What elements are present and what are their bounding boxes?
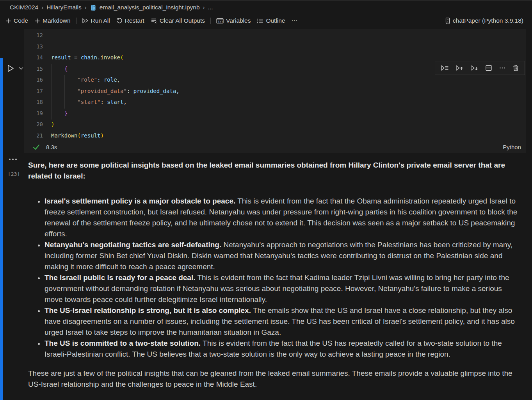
restart-button[interactable]: Restart <box>113 16 148 26</box>
line-number: 21 <box>24 132 43 139</box>
code-line[interactable]: 16 "role": role, <box>24 74 526 86</box>
add-code-label: Code <box>14 17 28 24</box>
code-line[interactable]: 18 "start": start, <box>24 96 526 108</box>
toolbar-separator <box>210 18 211 24</box>
cell-focus-indicator <box>0 58 3 400</box>
line-number: 14 <box>24 54 43 61</box>
breadcrumb-cell[interactable]: ... <box>208 4 213 11</box>
restart-label: Restart <box>125 17 144 24</box>
outline-label: Outline <box>266 17 285 24</box>
cell-status-bar: 8.3s Python <box>24 141 526 153</box>
success-check-icon <box>33 144 40 150</box>
plus-icon <box>34 18 40 24</box>
output-outro-paragraph: These are just a few of the political in… <box>28 368 520 390</box>
more-actions-button[interactable]: ⋯ <box>288 16 301 26</box>
chevron-right-icon: › <box>84 4 87 11</box>
insight-item: Netanyahu's negotiating tactics are self… <box>44 239 520 272</box>
outline-button[interactable]: Outline <box>254 16 288 26</box>
code-line[interactable]: 13 <box>24 41 526 52</box>
code-text: Markdown(result) <box>51 132 104 139</box>
breadcrumb-subfolder[interactable]: HillaryEmails <box>46 4 82 11</box>
line-number: 13 <box>24 43 43 50</box>
line-number: 18 <box>24 99 43 105</box>
execution-duration: 8.3s <box>46 144 57 150</box>
add-code-cell-button[interactable]: Code <box>2 16 31 26</box>
breadcrumb-file[interactable]: email_analysis_political_insight.ipynb <box>100 4 200 11</box>
line-number: 16 <box>24 77 43 83</box>
cell-language-label[interactable]: Python <box>503 144 521 150</box>
add-markdown-label: Markdown <box>43 17 71 24</box>
output-options-icon[interactable] <box>7 156 19 162</box>
breadcrumb-folder[interactable]: CKIM2024 <box>10 4 38 11</box>
code-line[interactable]: 21Markdown(result) <box>24 130 526 141</box>
plus-icon <box>5 18 11 24</box>
clear-all-outputs-button[interactable]: Clear All Outputs <box>148 16 208 26</box>
insight-item: The Israeli public is ready for a peace … <box>44 272 520 305</box>
variables-label: Variables <box>226 17 251 24</box>
insight-item: Israel's settlement policy is a major ob… <box>44 196 520 239</box>
run-options-chevron-icon[interactable] <box>19 67 23 70</box>
cell-editor[interactable]: 121314result = chain.invoke(15 {16 "role… <box>24 29 526 153</box>
run-all-label: Run All <box>91 17 110 24</box>
toolbar-separator <box>76 18 77 24</box>
kernel-picker-button[interactable]: chatPaper (Python 3.9.18) <box>442 16 527 26</box>
chevron-right-icon: › <box>203 4 205 11</box>
execute-cell-and-below-icon[interactable] <box>469 63 480 73</box>
output-intro-paragraph: Sure, here are some political insights b… <box>28 160 520 182</box>
variables-button[interactable]: (x) Variables <box>213 16 254 26</box>
run-all-button[interactable]: Run All <box>79 16 113 26</box>
insights-list: Israel's settlement policy is a major ob… <box>44 196 520 360</box>
more-cell-actions-icon[interactable] <box>497 63 507 73</box>
code-text: ) <box>51 121 54 127</box>
line-number: 17 <box>24 88 43 94</box>
execute-cells-icon[interactable] <box>439 63 450 73</box>
code-text: result = chain.invoke( <box>51 54 123 61</box>
line-number: 20 <box>24 121 43 127</box>
code-text: "provided_data": provided_data, <box>51 88 180 94</box>
restart-icon <box>116 18 123 24</box>
code-cell: 121314result = chain.invoke(15 {16 "role… <box>0 29 532 153</box>
code-line[interactable]: 12 <box>24 30 526 41</box>
notebook-file-icon <box>91 5 96 11</box>
outline-icon <box>257 18 263 24</box>
code-text: { <box>51 66 68 72</box>
line-number: 15 <box>24 66 43 72</box>
kernel-label: chatPaper (Python 3.9.18) <box>453 17 523 24</box>
chevron-right-icon: › <box>41 4 44 11</box>
cell-toolbar <box>435 61 525 75</box>
svg-text:(x): (x) <box>218 20 223 23</box>
insight-item: The US-Israel relationship is strong, bu… <box>44 305 520 338</box>
variables-icon: (x) <box>216 18 224 24</box>
code-text: } <box>51 110 68 116</box>
run-all-icon <box>82 18 89 24</box>
kernel-icon <box>445 18 450 24</box>
clear-outputs-icon <box>151 18 157 24</box>
code-line[interactable]: 19 } <box>24 108 526 119</box>
code-line[interactable]: 17 "provided_data": provided_data, <box>24 86 526 97</box>
cell-output: Sure, here are some political insights b… <box>0 153 532 390</box>
breadcrumb: CKIM2024 › HillaryEmails › email_analysi… <box>0 0 532 14</box>
indent-guide <box>51 64 52 120</box>
code-text: "start": start, <box>51 99 127 105</box>
insight-item: The US is committed to a two-state solut… <box>44 338 520 360</box>
clear-outputs-label: Clear All Outputs <box>160 17 205 24</box>
execute-above-cells-icon[interactable] <box>454 63 465 73</box>
line-number: 19 <box>24 110 43 116</box>
notebook-toolbar: Code Markdown Run All Restart <box>0 14 532 28</box>
code-lines: 121314result = chain.invoke(15 {16 "role… <box>24 30 526 141</box>
code-text: "role": role, <box>51 77 120 83</box>
code-line[interactable]: 20) <box>24 119 526 130</box>
split-cell-icon[interactable] <box>484 63 494 73</box>
line-number: 12 <box>24 32 43 38</box>
indent-guide <box>64 75 65 109</box>
delete-cell-icon[interactable] <box>511 63 521 73</box>
add-markdown-cell-button[interactable]: Markdown <box>31 16 74 26</box>
run-cell-button[interactable] <box>5 62 16 74</box>
